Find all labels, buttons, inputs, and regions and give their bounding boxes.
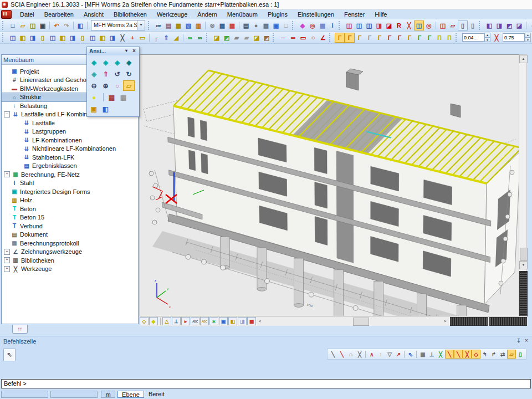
snap-arc-center-icon[interactable]: ↰ — [480, 350, 489, 359]
result-class-icon[interactable]: R — [394, 21, 404, 30]
clipping-box-icon[interactable]: ▯ — [458, 21, 468, 30]
spin-up-icon[interactable]: ▲ — [525, 33, 531, 38]
rotate-right-icon[interactable]: ↻ — [123, 69, 135, 79]
vertical-scrollbar[interactable]: ▲ ▼ — [519, 54, 527, 316]
intersection-icon[interactable]: + — [127, 33, 137, 43]
frame-green-2-icon[interactable]: Γ — [424, 33, 434, 43]
frame-sel-1-icon[interactable]: Γ — [385, 33, 395, 43]
frame-xy-icon[interactable]: Γ — [355, 33, 365, 43]
expand-icon[interactable]: + — [4, 171, 10, 177]
show-volumes-icon[interactable]: ▣ — [219, 317, 228, 325]
status-unit[interactable]: m — [101, 391, 115, 398]
cascade-1-icon[interactable]: ◧ — [484, 21, 494, 30]
expand-icon[interactable]: + — [4, 257, 10, 263]
draw-angle-icon[interactable]: ∠ — [318, 33, 328, 43]
draw-polyline-icon[interactable]: ═ — [288, 33, 298, 43]
cascade-4-icon[interactable]: ◪ — [514, 21, 524, 30]
scroll-left-icon[interactable]: < — [257, 318, 263, 325]
snap-perpendicular-icon[interactable]: ▽ — [385, 350, 394, 359]
snap-midpoint-icon[interactable]: ↑ — [376, 350, 385, 359]
track-line-point-icon[interactable]: ╲ — [337, 350, 346, 359]
chevron-down-icon[interactable]: ▾ — [122, 48, 130, 55]
menu-fenster[interactable]: Fenster — [339, 10, 370, 19]
free-node-icon[interactable]: ⇑ — [161, 33, 171, 43]
view-axo-3-icon[interactable]: ◈ — [111, 57, 123, 68]
redraw-eye-icon[interactable]: ● — [528, 21, 532, 30]
frame-free-icon[interactable]: Γ — [365, 33, 375, 43]
view-axo-2-icon[interactable]: ◈ — [100, 57, 111, 68]
spin-down-icon[interactable]: ▼ — [484, 38, 490, 43]
print-icon[interactable]: ▤ — [241, 21, 251, 30]
snap-tangent-2-icon[interactable]: ⇄ — [498, 350, 507, 359]
table-input-icon[interactable]: ▦ — [217, 21, 227, 30]
sidebar-item-ergebnisklassen[interactable]: ▤Ergebnisklassen — [2, 162, 138, 171]
sidebar-item-lf-kombinationen[interactable]: ⇊LF-Kombinationen — [2, 136, 138, 145]
show-labels-icon[interactable]: ▸ — [181, 317, 190, 325]
snap-tangent-icon[interactable]: ↗ — [394, 350, 403, 359]
clipboard-icon[interactable]: ▥ — [193, 21, 203, 30]
cross-sections-icon[interactable]: ▧ — [183, 21, 193, 30]
wall-icon[interactable]: ◫ — [88, 33, 98, 43]
toolbar-handle[interactable] — [339, 21, 343, 30]
snap-tolerance-icon[interactable]: ▯ — [516, 350, 525, 359]
title-bar[interactable]: SCIA Engineer 16.1.3033 - [MFH Worms 2a … — [0, 0, 532, 9]
label-members-icon[interactable]: ABC — [200, 317, 209, 325]
delete-loads-icon[interactable]: ╳ — [404, 21, 414, 30]
close-icon[interactable]: × — [130, 48, 138, 55]
show-grid-red-icon[interactable]: ▦ — [247, 317, 256, 325]
toolbar-handle[interactable] — [206, 33, 211, 42]
opening-icon[interactable]: ◨ — [108, 33, 117, 43]
link-hinged-icon[interactable]: ∞ — [195, 33, 205, 43]
picture-gallery-icon[interactable]: ● — [251, 21, 261, 30]
snap-endpoints-on-icon[interactable]: ╲ — [454, 350, 463, 359]
frame-sel-2-icon[interactable]: Γ — [395, 33, 405, 43]
expand-icon[interactable]: + — [4, 249, 10, 255]
sidebar-item-beton-15[interactable]: TBeton 15 — [2, 213, 138, 222]
selection-cursor-icon[interactable]: ⇖ — [406, 350, 415, 359]
units-setup-icon[interactable]: cm — [154, 21, 163, 30]
collapse-icon[interactable]: − — [4, 111, 10, 117]
view-3d-box-icon[interactable]: ◧ — [100, 104, 111, 114]
member-2d-props-icon[interactable]: ▯ — [38, 33, 48, 43]
mesh-setup-icon[interactable]: ▩ — [318, 21, 328, 30]
snap-midpoints-on-icon[interactable]: ╲ — [445, 350, 454, 359]
snap-distance-input[interactable] — [462, 33, 484, 42]
calculator-icon[interactable]: ▦ — [261, 21, 271, 30]
zoom-window-icon[interactable]: ○ — [111, 80, 123, 91]
sidebar-item-stahlbeton-lfk[interactable]: ⇊Stahlbeton-LFK — [2, 153, 138, 162]
snap-ortho-icon[interactable]: ╳ — [436, 350, 445, 359]
toolbar-handle[interactable] — [329, 33, 334, 42]
report-icon[interactable]: □ — [281, 21, 291, 30]
sidebar-item-nichtlineare-lf-kombinationen[interactable]: ⇊Nichtlineare LF-Kombinationen — [2, 145, 138, 154]
pin-icon[interactable]: ↧ — [515, 337, 523, 345]
view-palette-header[interactable]: Ansi... ▾ × — [87, 47, 139, 55]
undo-icon[interactable]: ↶ — [52, 21, 62, 30]
frame-xz-icon[interactable]: Γ — [345, 33, 355, 43]
snap-orthogonal-on-icon[interactable]: ◇ — [472, 350, 480, 359]
sidebar-item-dokument[interactable]: ▤Dokument — [2, 231, 138, 239]
menu-werkzeuge[interactable]: Werkzeuge — [152, 10, 192, 19]
redo-icon[interactable]: ↷ — [62, 21, 71, 30]
frame-yellow-2-icon[interactable]: Π — [444, 33, 454, 43]
toolbar-handle[interactable] — [456, 33, 460, 42]
zoom-all-icon[interactable]: ⊕ — [100, 80, 111, 91]
view-folder-icon[interactable]: ▱ — [123, 80, 135, 91]
duplicate-member-icon[interactable]: ◪ — [252, 33, 262, 43]
selection-mode-button[interactable]: ⇖ — [3, 349, 16, 361]
menu-plugins[interactable]: Plugins — [263, 10, 293, 19]
save-icon[interactable]: ▣ — [38, 21, 48, 30]
draw-line-icon[interactable]: ─ — [278, 33, 288, 43]
scia-logo-icon[interactable] — [1, 10, 12, 19]
internal-node-icon[interactable]: ▰ — [242, 33, 252, 43]
close-icon[interactable]: × — [523, 337, 530, 345]
zoom-out-icon[interactable]: ⊖ — [88, 80, 100, 91]
opening-2d-icon[interactable]: ▰ — [232, 33, 242, 43]
layers-icon[interactable]: ▤ — [163, 21, 173, 30]
arbitrary-beam-icon[interactable]: ◩ — [222, 33, 232, 43]
sidebar-item-verbund[interactable]: TVerbund — [2, 222, 138, 231]
load-display-icon[interactable]: ◫ — [414, 21, 424, 30]
view-axo-1-icon[interactable]: ◈ — [88, 57, 100, 68]
dock-tab-menubaum[interactable]: ∷ — [12, 325, 28, 334]
snap-arc-edge-icon[interactable]: ↱ — [489, 350, 498, 359]
rotate-left-icon[interactable]: ↺ — [111, 69, 123, 79]
